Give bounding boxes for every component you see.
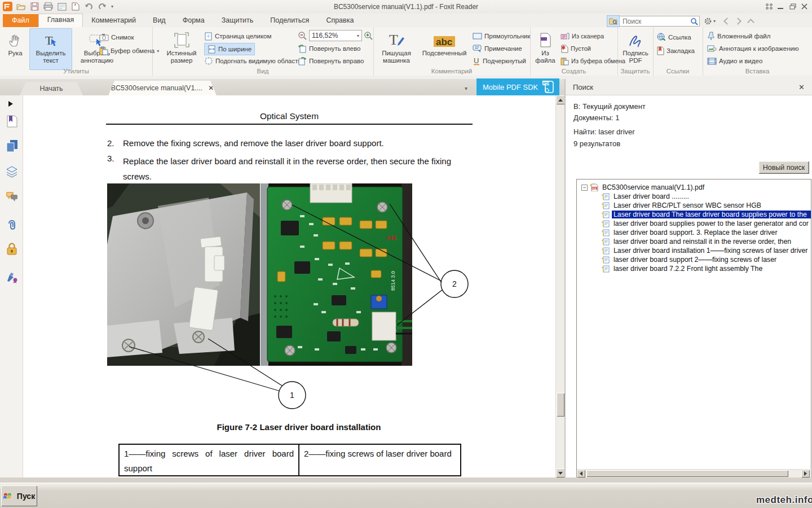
tab-share[interactable]: Поделиться	[262, 14, 317, 27]
bookmark-button[interactable]: Закладка	[656, 45, 695, 56]
attachments-panel-icon[interactable]	[5, 216, 19, 231]
restore-icon[interactable]	[788, 3, 797, 10]
actual-size-button[interactable]: Истинный размер	[162, 28, 201, 70]
document-scrollbar[interactable]	[555, 95, 565, 478]
blank-button[interactable]: ✱ Пустой	[561, 43, 591, 54]
search-result-item[interactable]: Laser driver RBC/PLT sensor WBC sensor H…	[577, 201, 811, 210]
security-panel-icon[interactable]	[5, 242, 19, 256]
search-result-item[interactable]: Laser driver board installation 1——fixin…	[577, 246, 811, 255]
fit-width-icon	[208, 45, 216, 54]
tab-home[interactable]: Главная	[38, 14, 83, 27]
search-result-item[interactable]: laser driver board 7.2.2 Front light ass…	[577, 264, 811, 273]
zoom-level-select[interactable]: 116,52%▾	[309, 30, 362, 41]
scroll-thumb[interactable]	[586, 470, 788, 477]
audio-video-button[interactable]: Аудио и видео	[707, 55, 762, 67]
signatures-panel-icon[interactable]	[5, 269, 19, 284]
result-icon	[602, 193, 610, 200]
search-result-item[interactable]: laser driver board support. 3. Replace t…	[577, 228, 811, 237]
scroll-left-button[interactable]	[577, 470, 585, 478]
results-horizontal-scrollbar[interactable]	[577, 469, 810, 478]
quick-search: ▾	[607, 15, 753, 27]
rotate-left-button[interactable]: Повернуть влево	[298, 43, 360, 54]
callout-overlay: 1 2	[104, 181, 476, 418]
tab-help[interactable]: Справка	[317, 14, 362, 27]
scroll-down-button[interactable]	[556, 468, 565, 478]
search-result-item[interactable]: Laser driver board .........	[577, 192, 811, 201]
doc-tab-start[interactable]: Начать	[20, 82, 83, 95]
legend-cell-2: 2——fixing screws of laser driver board	[299, 445, 460, 475]
image-annotation-button[interactable]: Аннотация к изображению	[707, 43, 799, 54]
scroll-thumb[interactable]	[557, 393, 564, 417]
note-button[interactable]: Примечание	[473, 43, 522, 54]
open-file-icon[interactable]	[16, 2, 26, 11]
attach-file-button[interactable]: Вложенный файл	[707, 30, 770, 42]
tab-form[interactable]: Форма	[174, 14, 213, 27]
fit-page-button[interactable]: Страница целиком	[204, 30, 271, 42]
tree-root-row[interactable]: − PDF BC5300service manual(V1.1).pdf	[577, 183, 811, 192]
snapshot-button[interactable]: Снимок	[99, 32, 134, 43]
rotate-right-button[interactable]: Повернуть вправо	[298, 55, 364, 67]
zoom-out-icon[interactable]	[298, 31, 307, 40]
layout-icon[interactable]	[765, 3, 773, 10]
search-input[interactable]	[620, 16, 700, 27]
search-result-item-selected[interactable]: Laser driver board The laser driver boar…	[577, 210, 811, 219]
tab-file[interactable]: Файл	[3, 14, 38, 27]
typewriter-button[interactable]: T Пишущая машинка	[376, 28, 417, 70]
save-icon[interactable]	[30, 2, 39, 11]
hand-tool-button[interactable]: Рука	[1, 28, 29, 70]
layers-panel-icon[interactable]	[5, 165, 19, 178]
tab-view[interactable]: Вид	[144, 14, 174, 27]
search-results-tree[interactable]: − PDF BC5300service manual(V1.1).pdf Las…	[576, 179, 811, 479]
rectangle-button[interactable]: Прямоугольник	[473, 30, 530, 42]
search-magnifier-icon[interactable]	[690, 17, 698, 25]
fit-visible-button[interactable]: Подогнать видимую область	[204, 55, 302, 67]
search-result-item[interactable]: laser driver board and reinstall it in t…	[577, 237, 811, 246]
find-next-icon[interactable]	[734, 17, 742, 25]
pages-panel-icon[interactable]	[5, 139, 19, 154]
ribbon-group-comment: T Пишущая машинка abc Подсвеченный Прямо…	[373, 27, 531, 76]
tab-list-dropdown-icon[interactable]: ▾	[465, 85, 467, 91]
tab-comment[interactable]: Комментарий	[83, 14, 144, 27]
link-button[interactable]: Ссылка	[656, 32, 691, 43]
search-result-item[interactable]: laser driver board supplies power to the…	[577, 219, 811, 228]
new-search-button[interactable]: Новый поиск	[758, 161, 809, 174]
print-icon[interactable]	[43, 2, 53, 11]
undo-icon[interactable]	[84, 2, 94, 11]
qat-dropdown-icon[interactable]: ▾	[111, 4, 113, 9]
clipboard-button[interactable]: Буфер обмена▾	[99, 45, 159, 56]
search-gear-dropdown-icon[interactable]: ▾	[713, 19, 716, 24]
expand-panel-icon[interactable]	[8, 100, 14, 107]
select-text-button[interactable]: T Выделить текст	[29, 28, 72, 70]
fit-page-icon	[204, 32, 213, 41]
redo-icon[interactable]	[98, 2, 107, 11]
search-panel-close-icon[interactable]: ✕	[798, 83, 805, 91]
start-button[interactable]: Пуск	[1, 485, 37, 506]
tab-protect[interactable]: Защитить	[213, 14, 262, 27]
from-clipboard-button[interactable]: Из буфера обмена	[561, 55, 625, 67]
search-folder-icon[interactable]	[607, 15, 620, 27]
comments-panel-icon[interactable]	[5, 190, 19, 204]
close-icon[interactable]	[800, 3, 809, 10]
from-file-button[interactable]: Из файла	[531, 28, 559, 70]
sign-pdf-button[interactable]: Подпись PDF	[621, 28, 650, 70]
from-scanner-button[interactable]: Из сканера	[561, 30, 604, 42]
tree-expander-icon[interactable]: −	[581, 185, 588, 191]
underline-button[interactable]: U Подчеркнутый	[473, 55, 526, 67]
search-result-item[interactable]: laser driver board support 2——fixing scr…	[577, 255, 811, 264]
scroll-up-button[interactable]	[556, 95, 565, 104]
minimize-icon[interactable]	[776, 3, 785, 10]
mobile-pdf-sdk-banner[interactable]: Mobile PDF SDK PDF	[476, 78, 559, 95]
doc-header-rule	[106, 124, 473, 125]
doc-tab-active[interactable]: BC5300service manual(V1.... ✕	[108, 81, 217, 95]
search-options-gear-icon[interactable]	[704, 17, 712, 25]
email-doc-icon[interactable]	[57, 2, 67, 11]
highlight-button[interactable]: abc Подсвеченный	[417, 28, 471, 70]
collapse-ribbon-icon[interactable]	[747, 19, 754, 26]
fit-width-button[interactable]: По ширине	[204, 43, 255, 55]
bookmarks-panel-icon[interactable]	[5, 115, 17, 128]
find-previous-icon[interactable]	[723, 17, 731, 25]
new-doc-icon[interactable]	[70, 2, 80, 11]
zoom-in-icon[interactable]	[364, 31, 373, 40]
from-file-icon	[539, 31, 552, 48]
scroll-right-button[interactable]	[801, 470, 810, 478]
